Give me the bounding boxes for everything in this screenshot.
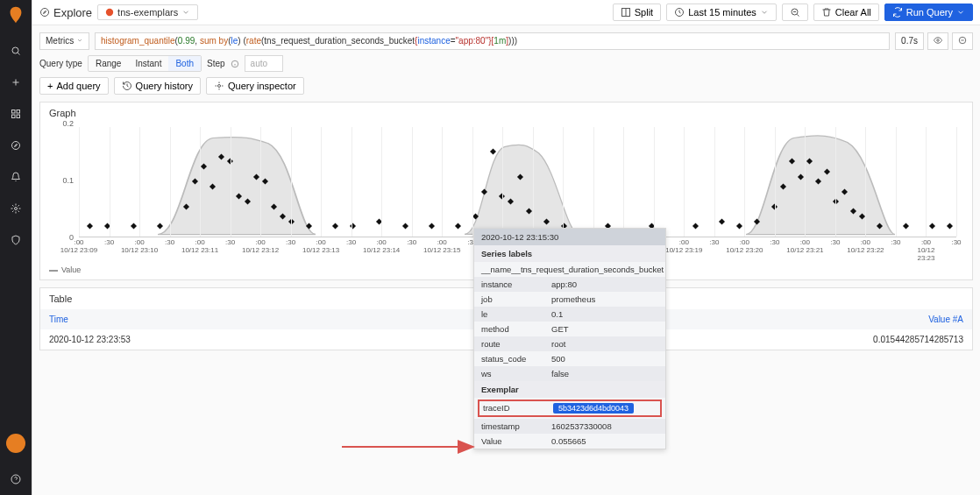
svg-point-16 [218, 85, 221, 88]
svg-point-5 [12, 142, 20, 150]
exemplar-point[interactable] [824, 168, 830, 174]
tooltip-label-row: routeroot [474, 336, 665, 351]
history-icon [122, 81, 132, 91]
search-icon[interactable] [7, 42, 25, 60]
query-type-segment[interactable]: RangeInstantBoth [88, 55, 202, 72]
svg-point-13 [937, 39, 940, 42]
add-query-button[interactable]: + Add query [39, 77, 109, 95]
tooltip-series-header: Series labels [474, 245, 665, 262]
tooltip-timestamp: 2020-10-12 23:15:30 [474, 229, 665, 245]
step-input[interactable]: auto [245, 55, 283, 72]
exemplar-point[interactable] [280, 213, 286, 219]
exemplar-point[interactable] [490, 149, 496, 155]
exemplar-point[interactable] [87, 223, 93, 230]
exemplar-point[interactable] [192, 179, 198, 185]
tooltip-label-row: instanceapp:80 [474, 277, 665, 292]
exemplar-point[interactable] [719, 218, 725, 224]
help-icon[interactable] [7, 470, 25, 488]
split-button[interactable]: Split [613, 4, 661, 21]
user-avatar[interactable] [6, 434, 25, 453]
exemplar-point[interactable] [157, 223, 163, 230]
exemplar-point[interactable] [798, 173, 804, 180]
exemplar-point[interactable] [183, 203, 189, 209]
plus-icon[interactable] [7, 74, 25, 91]
exemplar-point[interactable] [780, 183, 786, 189]
exemplar-point[interactable] [131, 223, 137, 230]
exemplar-point[interactable] [877, 223, 883, 230]
exemplar-point[interactable] [429, 223, 435, 230]
shield-icon[interactable] [7, 231, 25, 249]
remove-query-button[interactable] [952, 32, 973, 50]
datasource-picker[interactable]: tns-exemplars [97, 4, 198, 20]
chevron-down-icon [956, 8, 965, 17]
step-label: Step [207, 59, 225, 68]
exemplar-point[interactable] [806, 159, 813, 165]
exemplar-point[interactable] [245, 198, 251, 204]
exemplar-point[interactable] [815, 179, 821, 185]
exemplar-point[interactable] [929, 223, 935, 230]
query-type-instant[interactable]: Instant [128, 56, 168, 71]
compass-icon [39, 7, 50, 18]
trace-id-link[interactable]: 5b3423d6d4bd0043 [553, 403, 634, 414]
exemplar-point[interactable] [332, 223, 338, 230]
exemplar-point[interactable] [754, 218, 760, 224]
y-axis: 0.20.10 [46, 124, 75, 237]
split-icon [621, 7, 631, 18]
svg-point-6 [15, 208, 18, 210]
exemplar-point[interactable] [903, 223, 909, 230]
svg-point-8 [41, 9, 49, 17]
exemplar-point[interactable] [508, 198, 514, 204]
exemplar-point[interactable] [262, 179, 268, 185]
zoom-out-button[interactable] [782, 4, 808, 21]
metrics-dropdown[interactable]: Metrics [39, 32, 89, 50]
chevron-down-icon [181, 8, 190, 17]
page-title: Explore [39, 6, 92, 19]
table-col-value[interactable]: Value #A [814, 315, 963, 324]
query-type-both[interactable]: Both [168, 56, 201, 71]
exemplar-point[interactable] [842, 188, 848, 194]
exemplar-point[interactable] [850, 209, 856, 215]
run-query-button[interactable]: Run Query [884, 4, 973, 21]
exemplar-point[interactable] [543, 218, 549, 224]
exemplar-point[interactable] [253, 173, 259, 180]
exemplar-point[interactable] [288, 218, 295, 224]
exemplar-point[interactable] [692, 223, 699, 230]
exemplar-point[interactable] [306, 223, 312, 230]
clock-icon [674, 7, 685, 18]
svg-rect-3 [12, 115, 16, 118]
graph-panel-title: Graph [40, 103, 972, 124]
time-range-picker[interactable]: Last 15 minutes [666, 4, 777, 21]
toggle-visibility-button[interactable] [927, 32, 948, 50]
clear-all-button[interactable]: Clear All [813, 4, 879, 21]
explore-icon[interactable] [7, 137, 25, 154]
query-history-button[interactable]: Query history [114, 77, 201, 95]
dashboards-icon[interactable] [7, 105, 25, 123]
exemplar-point[interactable] [516, 173, 522, 180]
exemplar-point[interactable] [736, 223, 742, 230]
exemplar-point[interactable] [472, 213, 479, 219]
tooltip-exemplar-row[interactable]: traceID5b3423d6d4bd0043 [478, 400, 662, 417]
exemplar-point[interactable] [789, 159, 795, 165]
svg-rect-1 [12, 110, 16, 114]
exemplar-point[interactable] [201, 164, 207, 170]
minus-icon [958, 36, 967, 45]
settings-icon[interactable] [7, 200, 25, 217]
alerts-icon[interactable] [7, 168, 25, 186]
tooltip-exemplar-row: Value0.055665 [474, 434, 665, 449]
tooltip-exemplar-header: Exemplar [474, 381, 665, 398]
exemplar-point[interactable] [218, 153, 224, 159]
query-inspector-button[interactable]: Query inspector [206, 77, 304, 95]
exemplar-point[interactable] [209, 183, 216, 189]
exemplar-point[interactable] [271, 203, 277, 209]
exemplar-point[interactable] [859, 213, 865, 219]
query-input[interactable]: histogram_quantile(0.99, sum by(le) (rat… [95, 32, 890, 50]
exemplar-point[interactable] [402, 223, 408, 230]
exemplar-point[interactable] [525, 209, 531, 215]
exemplar-point[interactable] [455, 223, 461, 230]
exemplar-point[interactable] [481, 188, 487, 194]
query-type-range[interactable]: Range [89, 56, 128, 71]
prometheus-icon [105, 8, 114, 17]
exemplar-point[interactable] [236, 194, 242, 200]
exemplar-point[interactable] [947, 223, 953, 230]
table-col-time[interactable]: Time [49, 315, 814, 324]
